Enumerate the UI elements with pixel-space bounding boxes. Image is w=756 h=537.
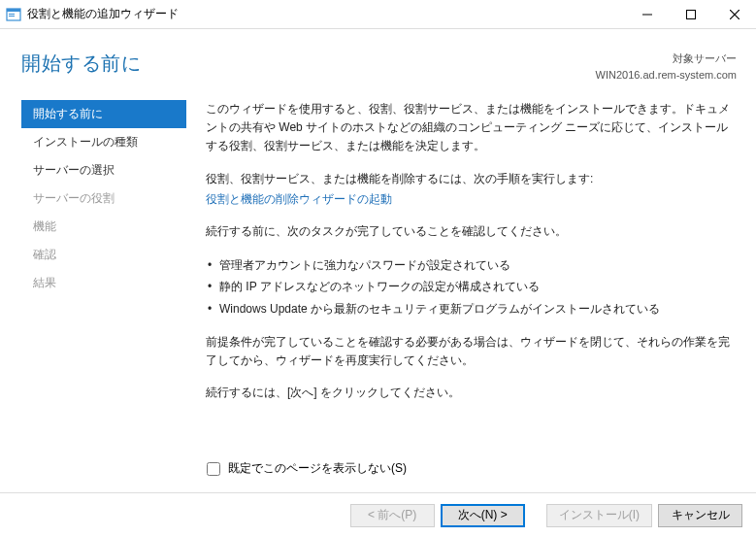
footer: < 前へ(P) 次へ(N) > インストール(I) キャンセル bbox=[0, 492, 756, 537]
target-server-box: 対象サーバー WIN2016.ad.rem-system.com bbox=[596, 50, 737, 83]
prereq-item: Windows Update から最新のセキュリティ更新プログラムがインストール… bbox=[206, 298, 731, 319]
svg-rect-5 bbox=[686, 10, 695, 18]
step-results: 結果 bbox=[21, 269, 186, 297]
minimize-button[interactable] bbox=[625, 0, 669, 28]
intro-text: このウィザードを使用すると、役割、役割サービス、または機能をインストールできます… bbox=[206, 100, 731, 156]
svg-rect-2 bbox=[9, 14, 15, 15]
continue-message: 続行するには、[次へ] をクリックしてください。 bbox=[206, 384, 731, 402]
install-button: インストール(I) bbox=[546, 504, 652, 527]
title-bar: 役割と機能の追加ウィザード bbox=[0, 0, 756, 29]
body: 開始する前に インストールの種類 サーバーの選択 サーバーの役割 機能 確認 結… bbox=[0, 100, 756, 492]
next-button[interactable]: 次へ(N) > bbox=[441, 504, 525, 527]
remove-wizard-link[interactable]: 役割と機能の削除ウィザードの起動 bbox=[206, 192, 392, 206]
target-server-label: 対象サーバー bbox=[596, 50, 737, 67]
step-server-roles: サーバーの役割 bbox=[21, 185, 186, 213]
svg-rect-1 bbox=[7, 9, 20, 12]
previous-button: < 前へ(P) bbox=[350, 504, 435, 527]
svg-rect-3 bbox=[9, 16, 15, 17]
prereq-list: 管理者アカウントに強力なパスワードが設定されている 静的 IP アドレスなどのネ… bbox=[206, 254, 731, 319]
window-title: 役割と機能の追加ウィザード bbox=[27, 6, 625, 22]
maximize-button[interactable] bbox=[669, 0, 712, 28]
close-button[interactable] bbox=[712, 0, 756, 28]
step-before-you-begin[interactable]: 開始する前に bbox=[21, 100, 186, 128]
remove-lead-text: 役割、役割サービス、または機能を削除するには、次の手順を実行します: bbox=[206, 170, 731, 188]
prereq-item: 管理者アカウントに強力なパスワードが設定されている bbox=[206, 254, 731, 276]
target-server-name: WIN2016.ad.rem-system.com bbox=[596, 67, 737, 84]
skip-page-label: 既定でこのページを表示しない(S) bbox=[228, 460, 407, 477]
skip-page-checkbox-row[interactable]: 既定でこのページを表示しない(S) bbox=[207, 460, 407, 477]
step-features: 機能 bbox=[21, 213, 186, 241]
verify-message: 続行する前に、次のタスクが完了していることを確認してください。 bbox=[206, 222, 731, 241]
header: 開始する前に 対象サーバー WIN2016.ad.rem-system.com bbox=[0, 29, 756, 100]
prereq-item: 静的 IP アドレスなどのネットワークの設定が構成されている bbox=[206, 276, 731, 297]
step-confirmation: 確認 bbox=[21, 241, 186, 269]
step-installation-type[interactable]: インストールの種類 bbox=[21, 128, 186, 156]
skip-page-checkbox[interactable] bbox=[207, 462, 220, 476]
wizard-steps-sidebar: 開始する前に インストールの種類 サーバーの選択 サーバーの役割 機能 確認 結… bbox=[21, 100, 186, 492]
app-icon bbox=[6, 7, 21, 22]
content-panel: このウィザードを使用すると、役割、役割サービス、または機能をインストールできます… bbox=[186, 100, 737, 492]
step-server-selection[interactable]: サーバーの選択 bbox=[21, 156, 186, 185]
cancel-button[interactable]: キャンセル bbox=[658, 504, 742, 527]
page-title: 開始する前に bbox=[21, 50, 596, 77]
prereq-message: 前提条件が完了していることを確認する必要がある場合は、ウィザードを閉じて、それら… bbox=[206, 333, 731, 370]
